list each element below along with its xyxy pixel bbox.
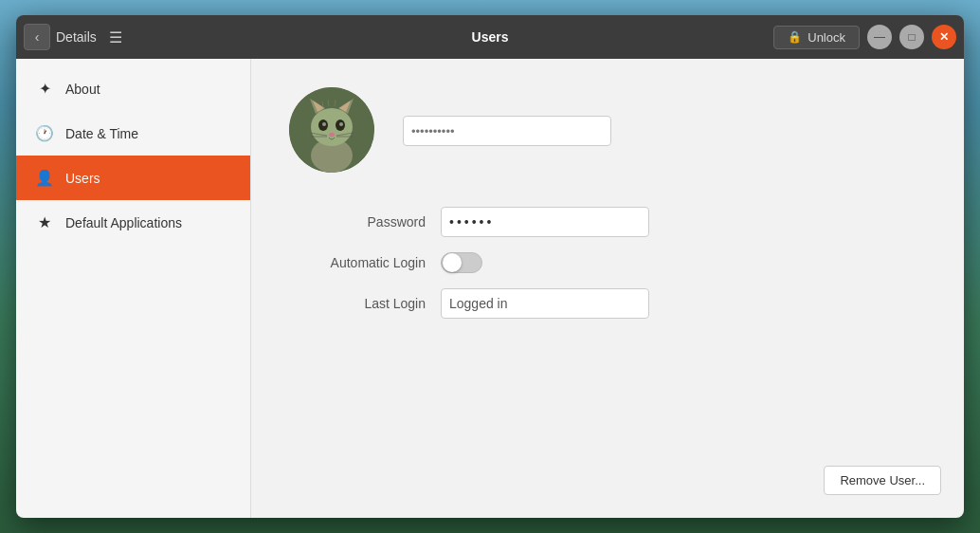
titlebar-left: ‹ Details ☰ (24, 24, 232, 50)
sidebar-item-users-label: Users (65, 171, 100, 186)
svg-point-10 (339, 122, 343, 126)
titlebar: ‹ Details ☰ Users 🔒 Unlock — □ ✕ (16, 15, 964, 59)
password-input[interactable] (441, 207, 649, 237)
password-label: Password (289, 214, 441, 230)
last-login-row: Last Login Logged in (289, 288, 926, 319)
menu-button[interactable]: ☰ (102, 24, 129, 50)
main-panel: Password Automatic Login Last Login Logg… (251, 59, 964, 518)
star-icon: ★ (35, 213, 54, 231)
unlock-label: Unlock (808, 30, 845, 45)
titlebar-left-title: Details (56, 29, 97, 45)
back-icon: ‹ (35, 29, 40, 45)
maximize-button[interactable]: □ (899, 25, 924, 49)
minimize-icon: — (874, 30, 885, 44)
username-container (403, 87, 611, 146)
titlebar-right: 🔒 Unlock — □ ✕ (748, 25, 956, 49)
sidebar: ✦ About 🕐 Date & Time 👤 Users ★ Default … (16, 59, 251, 518)
sidebar-item-default-apps[interactable]: ★ Default Applications (16, 200, 250, 245)
titlebar-center: Users (232, 29, 748, 45)
automatic-login-row: Automatic Login (289, 252, 926, 273)
sidebar-item-default-apps-label: Default Applications (65, 215, 182, 230)
username-input[interactable] (403, 116, 611, 146)
avatar[interactable] (289, 87, 374, 173)
remove-user-button[interactable]: Remove User... (824, 466, 941, 495)
sidebar-item-about[interactable]: ✦ About (16, 66, 250, 111)
maximize-icon: □ (908, 30, 915, 44)
forms-wrapper: Password Automatic Login Last Login Logg… (289, 207, 926, 334)
automatic-login-label: Automatic Login (289, 255, 441, 270)
about-icon: ✦ (35, 80, 54, 98)
user-section (289, 87, 926, 173)
menu-icon: ☰ (109, 28, 122, 46)
toggle-container (441, 252, 482, 273)
sidebar-item-about-label: About (65, 82, 100, 97)
last-login-value: Logged in (441, 288, 649, 319)
svg-point-2 (311, 108, 353, 146)
lock-icon: 🔒 (788, 30, 802, 44)
last-login-label: Last Login (289, 296, 441, 311)
unlock-button[interactable]: 🔒 Unlock (773, 26, 860, 49)
sidebar-item-datetime-label: Date & Time (65, 126, 138, 141)
minimize-button[interactable]: — (867, 25, 892, 49)
close-button[interactable]: ✕ (932, 25, 956, 49)
automatic-login-toggle[interactable] (441, 252, 482, 273)
avatar-image (289, 87, 374, 173)
toggle-knob (443, 253, 462, 272)
user-icon: 👤 (35, 169, 54, 187)
close-icon: ✕ (939, 30, 949, 44)
svg-point-9 (322, 122, 326, 126)
sidebar-item-datetime[interactable]: 🕐 Date & Time (16, 111, 250, 156)
remove-user-label: Remove User... (840, 473, 925, 487)
content-area: ✦ About 🕐 Date & Time 👤 Users ★ Default … (16, 59, 964, 518)
titlebar-center-title: Users (472, 29, 509, 45)
main-window: ‹ Details ☰ Users 🔒 Unlock — □ ✕ (16, 15, 964, 518)
svg-point-11 (329, 133, 335, 137)
clock-icon: 🕐 (35, 124, 54, 142)
password-row: Password (289, 207, 926, 237)
back-button[interactable]: ‹ (24, 24, 50, 50)
sidebar-item-users[interactable]: 👤 Users (16, 156, 250, 200)
